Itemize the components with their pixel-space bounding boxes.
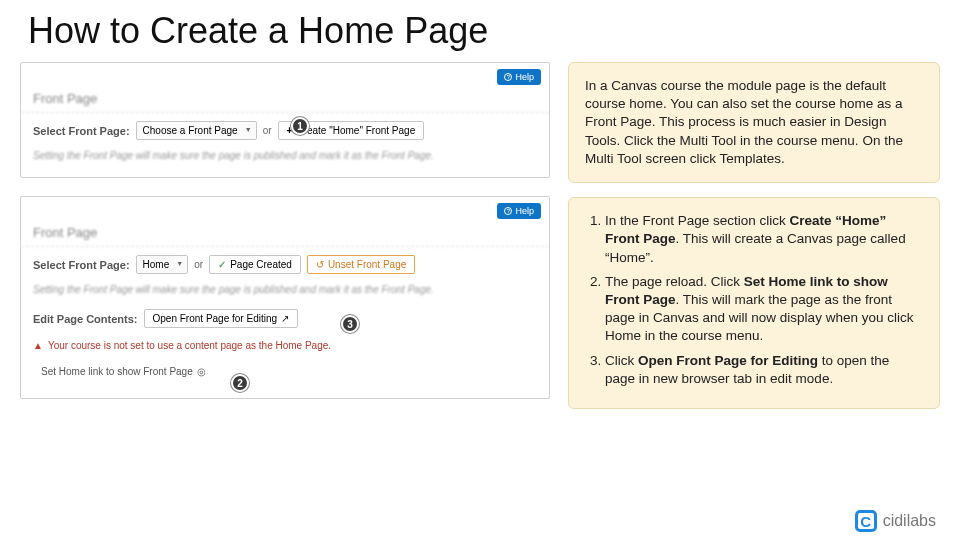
screenshots-column: ? Help Front Page Select Front Page: Cho… [20, 62, 550, 409]
select-front-page-label: Select Front Page: [33, 125, 130, 137]
content-area: ? Help Front Page Select Front Page: Cho… [0, 62, 960, 409]
set-home-link-button[interactable]: Set Home link to show Front Page ◎ [33, 363, 214, 380]
intro-box: In a Canvas course the module page is th… [568, 62, 940, 183]
or-text: or [194, 259, 203, 270]
edit-contents-label: Edit Page Contents: [33, 313, 138, 325]
warning-text: Your course is not set to use a content … [48, 340, 331, 351]
logo-text: cidilabs [883, 512, 936, 530]
or-text: or [263, 125, 272, 136]
page-created-button[interactable]: ✓ Page Created [209, 255, 301, 274]
edit-row: Edit Page Contents: Open Front Page for … [21, 301, 549, 336]
instructions-column: In a Canvas course the module page is th… [568, 62, 940, 409]
select-front-page-label: Select Front Page: [33, 259, 130, 271]
help-icon: ? [504, 207, 512, 215]
set-home-label: Set Home link to show Front Page [41, 366, 193, 377]
help-label: Help [515, 206, 534, 216]
warning-icon: ▲ [33, 340, 43, 351]
target-icon: ◎ [197, 366, 206, 377]
external-icon: ↗ [281, 313, 289, 324]
set-home-row: Set Home link to show Front Page ◎ [21, 355, 549, 388]
front-page-select[interactable]: Home [136, 255, 189, 274]
logo-icon: C [855, 510, 877, 532]
warning-row: ▲ Your course is not set to use a conten… [21, 336, 549, 355]
front-page-select[interactable]: Choose a Front Page [136, 121, 257, 140]
section-header: Front Page [21, 85, 549, 113]
unset-label: Unset Front Page [328, 259, 406, 270]
steps-list: In the Front Page section click Create “… [585, 212, 923, 388]
open-edit-label: Open Front Page for Editing [153, 313, 278, 324]
panel-before: ? Help Front Page Select Front Page: Cho… [20, 62, 550, 178]
step-1: In the Front Page section click Create “… [605, 212, 923, 267]
help-button[interactable]: ? Help [497, 69, 541, 85]
panel-after: ? Help Front Page Select Front Page: Hom… [20, 196, 550, 399]
select-row: Select Front Page: Home or ✓ Page Create… [21, 247, 549, 282]
page-title: How to Create a Home Page [28, 10, 960, 52]
create-home-label: Create "Home" Front Page [296, 125, 415, 136]
check-icon: ✓ [218, 259, 226, 270]
footer-logo: C cidilabs [855, 510, 936, 532]
section-header: Front Page [21, 219, 549, 247]
page-created-label: Page Created [230, 259, 292, 270]
help-label: Help [515, 72, 534, 82]
step-2: The page reload. Click Set Home link to … [605, 273, 923, 346]
select-row: Select Front Page: Choose a Front Page o… [21, 113, 549, 148]
step-badge-2: 2 [231, 374, 249, 392]
intro-text: In a Canvas course the module page is th… [585, 78, 903, 166]
step-badge-3: 3 [341, 315, 359, 333]
step-badge-1: 1 [291, 117, 309, 135]
note-text: Setting the Front Page will make sure th… [21, 282, 549, 301]
unset-front-page-button[interactable]: ↺ Unset Front Page [307, 255, 415, 274]
help-button[interactable]: ? Help [497, 203, 541, 219]
note-text: Setting the Front Page will make sure th… [21, 148, 549, 167]
unset-icon: ↺ [316, 259, 324, 270]
open-for-editing-button[interactable]: Open Front Page for Editing ↗ [144, 309, 299, 328]
step-3: Click Open Front Page for Editing to ope… [605, 352, 923, 388]
steps-box: In the Front Page section click Create “… [568, 197, 940, 409]
help-icon: ? [504, 73, 512, 81]
